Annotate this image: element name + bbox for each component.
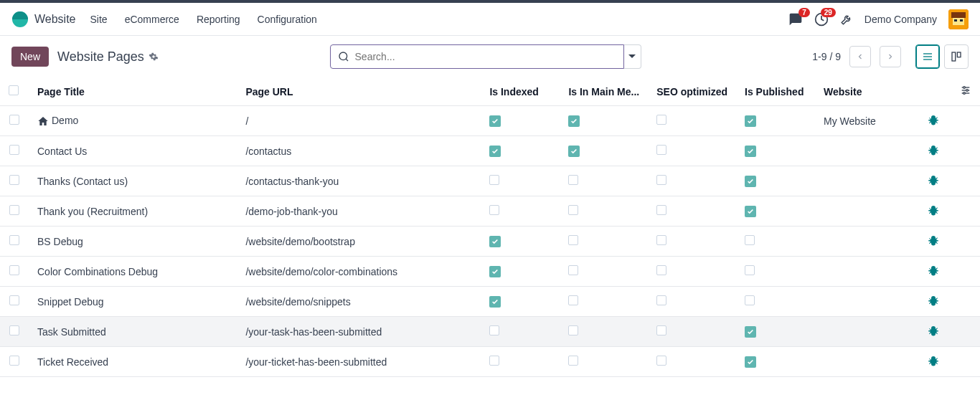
checked-icon[interactable] bbox=[568, 146, 580, 157]
table-row[interactable]: Thanks (Contact us)/contactus-thank-you bbox=[0, 166, 980, 196]
pager-text[interactable]: 1-9 / 9 bbox=[812, 51, 841, 62]
unchecked-checkbox[interactable] bbox=[568, 356, 578, 366]
unchecked-checkbox[interactable] bbox=[489, 205, 499, 215]
checked-icon[interactable] bbox=[745, 115, 756, 127]
row-checkbox[interactable] bbox=[9, 205, 19, 215]
search-input[interactable] bbox=[355, 51, 616, 62]
optional-fields-icon[interactable] bbox=[960, 85, 971, 96]
gear-icon[interactable] bbox=[149, 52, 159, 62]
cell-mainmenu bbox=[560, 287, 648, 317]
activities-button[interactable]: 29 bbox=[814, 12, 829, 27]
unchecked-checkbox[interactable] bbox=[489, 356, 499, 366]
unchecked-checkbox[interactable] bbox=[568, 205, 578, 215]
bug-icon[interactable] bbox=[927, 207, 940, 219]
checked-icon[interactable] bbox=[745, 356, 756, 368]
pager-next-button[interactable] bbox=[880, 46, 901, 67]
col-website[interactable]: Website bbox=[815, 77, 915, 106]
checked-icon[interactable] bbox=[489, 296, 501, 308]
unchecked-checkbox[interactable] bbox=[489, 325, 499, 335]
nav-item-ecommerce[interactable]: eCommerce bbox=[125, 14, 179, 25]
unchecked-checkbox[interactable] bbox=[568, 175, 578, 185]
unchecked-checkbox[interactable] bbox=[568, 265, 578, 275]
search-box[interactable] bbox=[330, 44, 624, 69]
checked-icon[interactable] bbox=[489, 115, 501, 127]
table-row[interactable]: Color Combinations Debug/website/demo/co… bbox=[0, 257, 980, 287]
table-row[interactable]: Task Submitted/your-task-has-been-submit… bbox=[0, 317, 980, 347]
unchecked-checkbox[interactable] bbox=[656, 325, 666, 335]
avatar[interactable] bbox=[948, 9, 969, 29]
unchecked-checkbox[interactable] bbox=[745, 295, 755, 305]
table-row[interactable]: BS Debug/website/demo/bootstrap bbox=[0, 227, 980, 257]
list-view-button[interactable] bbox=[915, 44, 940, 69]
bug-icon[interactable] bbox=[927, 147, 940, 158]
cell-seo bbox=[648, 106, 736, 136]
cell-indexed bbox=[481, 106, 560, 136]
company-name[interactable]: Demo Company bbox=[864, 14, 937, 25]
nav-item-configuration[interactable]: Configuration bbox=[258, 14, 317, 25]
pager-prev-button[interactable] bbox=[849, 46, 871, 67]
svg-point-18 bbox=[963, 92, 966, 95]
row-checkbox[interactable] bbox=[9, 295, 19, 305]
col-page-url[interactable]: Page URL bbox=[237, 77, 481, 106]
unchecked-checkbox[interactable] bbox=[656, 175, 666, 185]
new-button[interactable]: New bbox=[11, 47, 49, 67]
unchecked-checkbox[interactable] bbox=[568, 325, 578, 335]
cell-mainmenu bbox=[560, 106, 648, 136]
cell-url: /demo-job-thank-you bbox=[237, 196, 481, 227]
unchecked-checkbox[interactable] bbox=[745, 265, 755, 275]
cell-url: /your-ticket-has-been-submitted bbox=[237, 347, 481, 377]
bug-icon[interactable] bbox=[927, 358, 940, 369]
select-all-checkbox[interactable] bbox=[9, 85, 19, 95]
bug-icon[interactable] bbox=[927, 267, 940, 279]
row-checkbox[interactable] bbox=[9, 235, 19, 245]
checked-icon[interactable] bbox=[489, 266, 501, 277]
checked-icon[interactable] bbox=[489, 236, 501, 247]
col-is-published[interactable]: Is Published bbox=[736, 77, 815, 106]
table-row[interactable]: Demo/My Website bbox=[0, 106, 980, 136]
nav-item-site[interactable]: Site bbox=[90, 14, 108, 25]
unchecked-checkbox[interactable] bbox=[745, 235, 755, 245]
unchecked-checkbox[interactable] bbox=[568, 235, 578, 245]
unchecked-checkbox[interactable] bbox=[656, 235, 666, 245]
table-row[interactable]: Snippet Debug/website/demo/snippets bbox=[0, 287, 980, 317]
nav-item-reporting[interactable]: Reporting bbox=[197, 14, 240, 25]
unchecked-checkbox[interactable] bbox=[489, 175, 499, 185]
row-checkbox[interactable] bbox=[9, 265, 19, 275]
bug-icon[interactable] bbox=[927, 328, 940, 339]
col-seo-optimized[interactable]: SEO optimized bbox=[648, 77, 736, 106]
tools-icon[interactable] bbox=[840, 13, 853, 26]
checked-icon[interactable] bbox=[489, 146, 501, 157]
unchecked-checkbox[interactable] bbox=[656, 145, 666, 155]
unchecked-checkbox[interactable] bbox=[656, 115, 666, 125]
col-page-title[interactable]: Page Title bbox=[29, 77, 237, 106]
row-checkbox[interactable] bbox=[9, 356, 19, 366]
unchecked-checkbox[interactable] bbox=[656, 356, 666, 366]
row-checkbox[interactable] bbox=[9, 115, 19, 125]
table-row[interactable]: Ticket Received/your-ticket-has-been-sub… bbox=[0, 347, 980, 377]
checked-icon[interactable] bbox=[745, 206, 756, 217]
checked-icon[interactable] bbox=[745, 326, 756, 338]
table-row[interactable]: Thank you (Recruitment)/demo-job-thank-y… bbox=[0, 196, 980, 227]
kanban-view-button[interactable] bbox=[944, 44, 969, 69]
cell-seo bbox=[648, 166, 736, 196]
messages-button[interactable]: 7 bbox=[788, 12, 803, 27]
bug-icon[interactable] bbox=[927, 237, 940, 249]
search-dropdown-toggle[interactable] bbox=[624, 44, 641, 69]
checked-icon[interactable] bbox=[745, 146, 756, 157]
table-row[interactable]: Contact Us/contactus bbox=[0, 136, 980, 166]
checked-icon[interactable] bbox=[568, 115, 580, 127]
bug-icon[interactable] bbox=[927, 297, 940, 309]
unchecked-checkbox[interactable] bbox=[568, 295, 578, 305]
unchecked-checkbox[interactable] bbox=[656, 205, 666, 215]
brand[interactable]: Website bbox=[11, 11, 76, 28]
col-is-indexed[interactable]: Is Indexed bbox=[481, 77, 560, 106]
row-checkbox[interactable] bbox=[9, 325, 19, 335]
unchecked-checkbox[interactable] bbox=[656, 265, 666, 275]
col-is-main-menu[interactable]: Is In Main Me... bbox=[560, 77, 648, 106]
unchecked-checkbox[interactable] bbox=[656, 295, 666, 305]
row-checkbox[interactable] bbox=[9, 145, 19, 155]
checked-icon[interactable] bbox=[745, 176, 756, 187]
bug-icon[interactable] bbox=[927, 177, 940, 189]
row-checkbox[interactable] bbox=[9, 175, 19, 185]
bug-icon[interactable] bbox=[927, 117, 940, 128]
